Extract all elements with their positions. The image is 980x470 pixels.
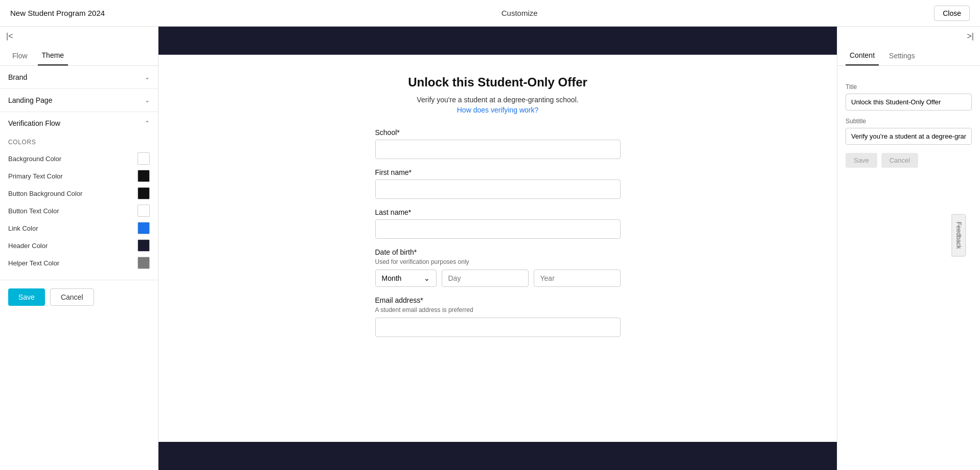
color-label-button-text: Button Text Color (8, 207, 59, 215)
color-swatch-helper-text[interactable] (138, 257, 150, 269)
chevron-down-icon: ⌄ (424, 274, 430, 282)
top-bar: New Student Program 2024 Customize Close (0, 0, 980, 27)
field-first-name: First name* (375, 168, 621, 199)
color-label-header: Header Color (8, 242, 48, 250)
chevron-down-icon: ⌄ (145, 74, 150, 81)
input-first-name[interactable] (375, 180, 621, 199)
tab-content[interactable]: Content (846, 46, 879, 65)
color-label-background: Background Color (8, 155, 61, 163)
color-row-link: Link Color (8, 219, 150, 237)
sidebar-actions: Save Cancel (0, 280, 158, 314)
color-label-helper-text: Helper Text Color (8, 259, 59, 267)
left-collapse-button[interactable]: |< (0, 27, 158, 46)
color-row-primary-text: Primary Text Color (8, 167, 150, 185)
right-save-button[interactable]: Save (846, 153, 877, 168)
center-preview: Unlock this Student-Only Offer Verify yo… (158, 27, 837, 470)
label-school: School* (375, 128, 621, 137)
color-swatch-header[interactable] (138, 239, 150, 252)
dob-month-select[interactable]: Month ⌄ (375, 270, 437, 287)
accordion-brand-header[interactable]: Brand ⌄ (0, 66, 158, 88)
feedback-tab[interactable]: Feedback (952, 214, 966, 256)
color-swatch-primary-text[interactable] (138, 170, 150, 182)
accordion-brand-label: Brand (8, 73, 27, 81)
accordion-verification-flow-header[interactable]: Verification Flow ⌃ (0, 112, 158, 135)
color-row-button-bg: Button Background Color (8, 185, 150, 202)
right-cancel-button[interactable]: Cancel (881, 153, 918, 168)
form-link[interactable]: How does verifying work? (375, 106, 621, 114)
dob-year-input[interactable] (534, 270, 621, 287)
colors-label: Colors (8, 139, 150, 146)
tab-theme[interactable]: Theme (38, 46, 69, 65)
input-school[interactable] (375, 140, 621, 159)
color-label-link: Link Color (8, 225, 38, 232)
color-label-primary-text: Primary Text Color (8, 172, 63, 180)
right-title-input[interactable] (846, 94, 972, 110)
input-email[interactable] (375, 318, 621, 337)
tab-flow[interactable]: Flow (8, 46, 32, 65)
accordion-verification-flow: Verification Flow ⌃ Colors Background Co… (0, 112, 158, 280)
field-school: School* (375, 128, 621, 159)
color-label-button-bg: Button Background Color (8, 190, 82, 197)
colors-section: Colors Background Color Primary Text Col… (0, 135, 158, 280)
left-sidebar: |< Flow Theme Brand ⌄ Landing Page ⌄ Ver… (0, 27, 158, 470)
accordion-landing-page-label: Landing Page (8, 96, 52, 104)
right-subtitle-label: Subtitle (846, 118, 972, 125)
sidebar-tabs: Flow Theme (0, 46, 158, 66)
accordion-verification-flow-label: Verification Flow (8, 119, 60, 127)
form-title: Unlock this Student-Only Offer (375, 75, 621, 89)
label-first-name: First name* (375, 168, 621, 176)
chevron-up-icon: ⌃ (145, 120, 150, 127)
preview-footer-bar (158, 442, 837, 470)
right-actions: Save Cancel (846, 153, 972, 168)
accordion-brand: Brand ⌄ (0, 66, 158, 89)
color-row-button-text: Button Text Color (8, 202, 150, 219)
app-title: New Student Program 2024 (10, 9, 105, 17)
accordion-landing-page: Landing Page ⌄ (0, 89, 158, 112)
color-row-header: Header Color (8, 237, 150, 254)
chevron-down-icon: ⌄ (145, 97, 150, 104)
save-button[interactable]: Save (8, 288, 45, 306)
cancel-button[interactable]: Cancel (50, 288, 94, 306)
close-button[interactable]: Close (934, 6, 970, 21)
color-row-background: Background Color (8, 150, 150, 167)
main-layout: |< Flow Theme Brand ⌄ Landing Page ⌄ Ver… (0, 27, 980, 470)
color-swatch-button-bg[interactable] (138, 187, 150, 199)
right-sidebar-content: Title Subtitle Save Cancel (837, 66, 980, 470)
dob-row: Month ⌄ (375, 270, 621, 287)
accordion-landing-page-header[interactable]: Landing Page ⌄ (0, 89, 158, 111)
dob-month-label: Month (382, 274, 402, 282)
dob-day-input[interactable] (442, 270, 529, 287)
color-swatch-button-text[interactable] (138, 205, 150, 217)
email-sublabel: A student email address is preferred (375, 306, 621, 314)
label-last-name: Last name* (375, 208, 621, 216)
page-title: Customize (502, 9, 538, 17)
email-section: Email address* A student email address i… (375, 296, 621, 337)
right-subtitle-input[interactable] (846, 128, 972, 145)
field-last-name: Last name* (375, 208, 621, 239)
dob-section: Date of birth* Used for verification pur… (375, 248, 621, 287)
email-label: Email address* (375, 296, 621, 304)
color-row-helper-text: Helper Text Color (8, 254, 150, 272)
dob-label: Date of birth* (375, 248, 621, 256)
preview-header-bar (158, 27, 837, 55)
preview-content: Unlock this Student-Only Offer Verify yo… (158, 55, 837, 442)
right-title-label: Title (846, 83, 972, 91)
input-last-name[interactable] (375, 219, 621, 239)
right-sidebar-tabs: Content Settings (837, 46, 980, 66)
color-swatch-link[interactable] (138, 222, 150, 234)
color-swatch-background[interactable] (138, 152, 150, 165)
tab-settings[interactable]: Settings (885, 46, 919, 65)
right-collapse-button[interactable]: >| (837, 27, 980, 46)
form-subtitle: Verify you're a student at a degree-gran… (375, 96, 621, 104)
dob-sublabel: Used for verification purposes only (375, 258, 621, 265)
form-container: Unlock this Student-Only Offer Verify yo… (375, 75, 621, 346)
